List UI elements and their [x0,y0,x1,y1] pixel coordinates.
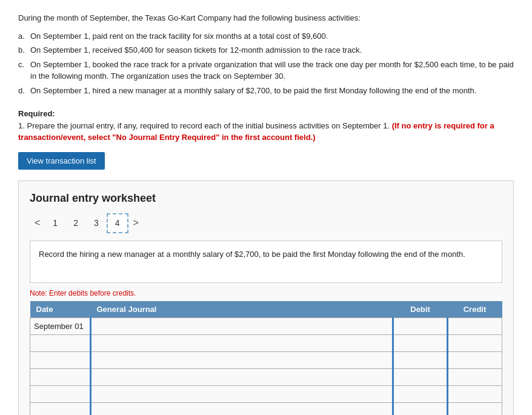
table-row: September 01 [30,318,502,335]
credit-input-5[interactable] [448,386,502,402]
credit-input-4[interactable] [448,369,502,385]
debit-input-6[interactable] [394,403,447,415]
debit-cell-6[interactable] [393,403,448,415]
debit-cell-5[interactable] [393,386,448,403]
activity-c-letter: c. [18,59,27,82]
tab-2[interactable]: 2 [65,214,86,233]
date-cell-5 [30,386,91,403]
gj-input-1[interactable] [94,318,392,334]
date-cell-1: September 01 [30,318,91,335]
required-section: Required: 1. Prepare the journal entry, … [18,108,514,144]
col-header-general-journal: General Journal [91,301,393,318]
activity-d-text: On September 1, hired a new manager at a… [30,85,476,97]
activity-a: a. On September 1, paid rent on the trac… [18,30,514,42]
date-cell-4 [30,369,91,386]
gj-input-6[interactable] [94,403,392,415]
activity-d-letter: d. [18,85,27,97]
activity-b-text: On September 1, received $50,400 for sea… [30,44,362,56]
debit-input-5[interactable] [394,386,447,402]
table-row [30,403,502,415]
gj-cell-1[interactable] [91,318,393,335]
date-cell-6 [30,403,91,415]
gj-cell-6[interactable] [91,403,393,415]
activity-b-letter: b. [18,44,27,56]
col-header-credit: Credit [448,301,502,318]
gj-cell-4[interactable] [91,369,393,386]
table-row [30,335,502,352]
credit-cell-6[interactable] [448,403,502,415]
debit-cell-4[interactable] [393,369,448,386]
gj-input-4[interactable] [94,369,392,385]
date-cell-3 [30,352,91,369]
gj-input-5[interactable] [94,386,392,402]
col-header-debit: Debit [393,301,448,318]
intro-text: During the month of September, the Texas… [18,12,514,24]
activity-b: b. On September 1, received $50,400 for … [18,44,514,56]
debit-input-2[interactable] [394,335,447,351]
debit-input-4[interactable] [394,369,447,385]
gj-cell-2[interactable] [91,335,393,352]
required-item: 1. [18,121,25,130]
tab-next-button[interactable]: > [128,218,144,228]
required-text-before: Prepare the journal entry, if any, requi… [27,121,390,130]
credit-cell-2[interactable] [448,335,502,352]
debit-cell-3[interactable] [393,352,448,369]
date-cell-2 [30,335,91,352]
gj-input-2[interactable] [94,335,392,351]
entry-description-box: Record the hiring a new manager at a mon… [30,241,502,283]
gj-cell-3[interactable] [91,352,393,369]
credit-input-1[interactable] [448,318,502,334]
table-row [30,352,502,369]
credit-cell-4[interactable] [448,369,502,386]
debit-input-1[interactable] [394,318,447,334]
col-header-date: Date [30,301,91,318]
gj-cell-5[interactable] [91,386,393,403]
activity-c-text: On September 1, booked the race track fo… [30,59,514,82]
credit-cell-1[interactable] [448,318,502,335]
table-row [30,369,502,386]
gj-input-3[interactable] [94,352,392,368]
credit-input-6[interactable] [448,403,502,415]
tab-3[interactable]: 3 [86,214,107,233]
activity-a-letter: a. [18,30,27,42]
debit-cell-2[interactable] [393,335,448,352]
debit-cell-1[interactable] [393,318,448,335]
activities-list: a. On September 1, paid rent on the trac… [18,30,514,97]
credit-cell-3[interactable] [448,352,502,369]
tab-4[interactable]: 4 [107,213,128,234]
tabs-row: < 1 2 3 4 > [30,213,502,234]
worksheet-container: Journal entry worksheet < 1 2 3 4 > Reco… [18,181,514,416]
activity-d: d. On September 1, hired a new manager a… [18,85,514,97]
credit-cell-5[interactable] [448,386,502,403]
activity-a-text: On September 1, paid rent on the track f… [30,30,328,42]
table-row [30,386,502,403]
note-text: Note: Enter debits before credits. [30,289,502,297]
debit-input-3[interactable] [394,352,447,368]
required-label: Required: [18,109,55,118]
tab-1[interactable]: 1 [45,214,65,233]
tab-prev-button[interactable]: < [30,218,45,228]
date-value-1: September 01 [34,322,84,331]
journal-table: Date General Journal Debit Credit Septem… [30,301,502,415]
credit-input-3[interactable] [448,352,502,368]
activity-c: c. On September 1, booked the race track… [18,59,514,82]
credit-input-2[interactable] [448,335,502,351]
worksheet-title: Journal entry worksheet [30,192,502,205]
view-transaction-list-button[interactable]: View transaction list [18,152,105,170]
